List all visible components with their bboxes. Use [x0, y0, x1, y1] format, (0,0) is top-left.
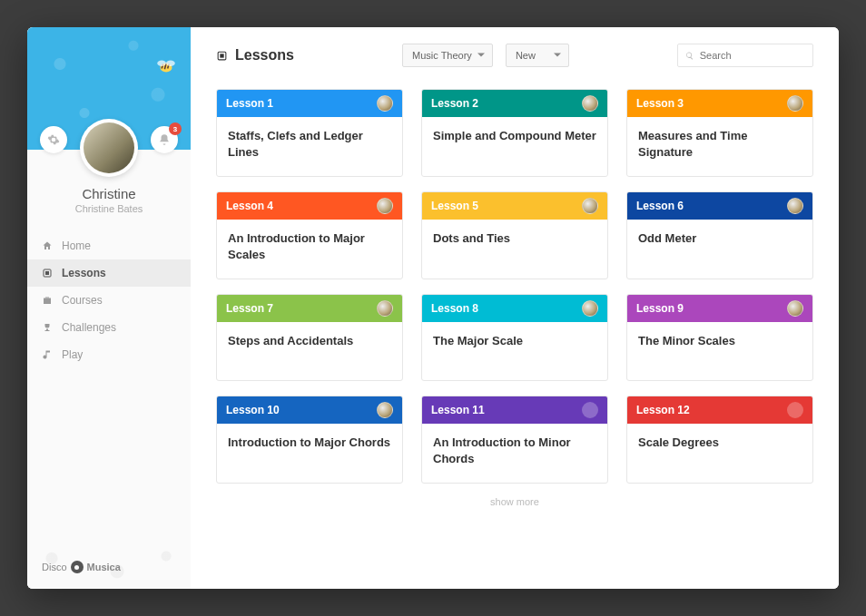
lesson-author-avatar — [582, 300, 598, 317]
lesson-badge: Lesson 1 — [226, 97, 273, 110]
lesson-author-avatar — [787, 198, 803, 214]
notifications-button[interactable]: 3 — [151, 126, 178, 153]
lesson-author-avatar — [377, 402, 393, 418]
lesson-badge: Lesson 12 — [636, 404, 690, 416]
lesson-card[interactable]: Lesson 7Steps and Accidentals — [216, 294, 403, 381]
page-title: Lessons — [216, 47, 294, 64]
lesson-badge: Lesson 4 — [226, 200, 273, 212]
lesson-title: Scale Degrees — [627, 424, 812, 482]
search-input[interactable] — [700, 50, 805, 61]
sidebar-item-challenges[interactable]: Challenges — [27, 314, 191, 341]
search-box[interactable] — [677, 44, 813, 67]
lesson-author-placeholder — [787, 402, 803, 418]
lesson-card-header: Lesson 1 — [217, 90, 402, 117]
lesson-author-avatar — [787, 300, 803, 317]
lesson-author-avatar — [582, 198, 598, 214]
sidebar-item-label: Courses — [62, 294, 103, 307]
svg-point-2 — [166, 61, 175, 67]
sidebar-item-label: Lessons — [62, 267, 106, 279]
brand-text-1: Disco — [42, 562, 67, 572]
filter-sort-select[interactable]: New — [506, 44, 569, 67]
lesson-badge: Lesson 3 — [636, 97, 684, 110]
main-content: Lessons Music Theory New Lesson 1Staffs,… — [191, 27, 839, 589]
trophy-icon — [42, 322, 53, 333]
lesson-card-header: Lesson 8 — [422, 295, 607, 322]
lesson-card[interactable]: Lesson 9The Minor Scales — [626, 294, 813, 381]
lesson-badge: Lesson 7 — [226, 302, 273, 315]
music-note-icon — [42, 349, 53, 360]
lesson-badge: Lesson 8 — [431, 302, 478, 315]
lesson-card[interactable]: Lesson 11An Introduction to Minor Chords — [421, 396, 608, 484]
lesson-card-header: Lesson 4 — [217, 192, 402, 220]
lesson-badge: Lesson 9 — [636, 302, 684, 315]
lesson-title: Simple and Compound Meter — [422, 117, 607, 175]
lesson-card-header: Lesson 3 — [627, 90, 812, 117]
lesson-badge: Lesson 10 — [226, 404, 280, 416]
lessons-icon — [216, 50, 228, 62]
lesson-card-header: Lesson 9 — [627, 295, 812, 322]
page-title-text: Lessons — [235, 47, 294, 64]
show-more-button[interactable]: show more — [191, 491, 839, 522]
lesson-card[interactable]: Lesson 1Staffs, Clefs and Ledger Lines — [216, 89, 403, 177]
sidebar: 3 Christine Christine Bates Home Lessons… — [27, 27, 191, 589]
lesson-title: Measures and Time Signature — [627, 117, 812, 176]
lesson-author-avatar — [582, 95, 598, 112]
svg-rect-6 — [220, 54, 223, 57]
avatar[interactable] — [80, 119, 138, 177]
briefcase-icon — [42, 295, 53, 306]
settings-button[interactable] — [40, 126, 67, 153]
lesson-card[interactable]: Lesson 2Simple and Compound Meter — [421, 89, 608, 177]
brand-text-2: Musica — [87, 562, 121, 572]
lesson-author-avatar — [377, 95, 393, 112]
lesson-card[interactable]: Lesson 4An Introduction to Major Scales — [216, 191, 403, 279]
lesson-card[interactable]: Lesson 6Odd Meter — [626, 191, 813, 279]
lesson-card-header: Lesson 12 — [627, 396, 812, 424]
lesson-card[interactable]: Lesson 10Introduction to Major Chords — [216, 396, 403, 484]
sidebar-item-play[interactable]: Play — [27, 341, 191, 368]
lesson-badge: Lesson 5 — [431, 200, 478, 212]
avatar-image — [84, 122, 134, 173]
lesson-card-header: Lesson 7 — [217, 295, 402, 322]
sidebar-item-label: Challenges — [62, 321, 116, 334]
user-display-name: Christine — [27, 186, 191, 201]
search-icon — [685, 51, 694, 61]
lesson-title: Staffs, Clefs and Ledger Lines — [217, 117, 402, 176]
lesson-author-avatar — [377, 300, 393, 317]
lesson-title: Dots and Ties — [422, 220, 607, 278]
filter-sort-value: New — [516, 50, 536, 61]
lessons-grid: Lesson 1Staffs, Clefs and Ledger LinesLe… — [191, 76, 839, 491]
filter-category-value: Music Theory — [412, 50, 472, 61]
lesson-title: Steps and Accidentals — [217, 322, 402, 380]
lesson-card[interactable]: Lesson 12Scale Degrees — [626, 396, 813, 484]
lesson-card[interactable]: Lesson 8The Major Scale — [421, 294, 608, 381]
filter-category-select[interactable]: Music Theory — [402, 44, 493, 67]
sidebar-item-lessons[interactable]: Lessons — [27, 259, 191, 287]
lesson-card-header: Lesson 5 — [422, 192, 607, 220]
sidebar-item-label: Home — [62, 240, 91, 252]
sidebar-hero: 3 — [27, 27, 191, 150]
lesson-card[interactable]: Lesson 5Dots and Ties — [421, 191, 608, 279]
lesson-badge: Lesson 2 — [431, 97, 478, 110]
lesson-title: An Introduction to Major Scales — [217, 220, 402, 279]
lesson-title: The Major Scale — [422, 322, 607, 380]
lesson-title: Odd Meter — [627, 220, 812, 278]
sidebar-item-home[interactable]: Home — [27, 232, 191, 259]
home-icon — [42, 240, 53, 251]
gear-icon — [47, 133, 60, 146]
topbar: Lessons Music Theory New — [191, 27, 839, 76]
lesson-card-header: Lesson 6 — [627, 192, 812, 220]
lesson-author-placeholder — [582, 402, 598, 418]
lesson-card-header: Lesson 2 — [422, 90, 607, 117]
lessons-icon — [42, 268, 53, 279]
lesson-badge: Lesson 11 — [431, 404, 485, 416]
sidebar-nav: Home Lessons Courses Challenges Play — [27, 227, 191, 374]
lesson-title: Introduction to Major Chords — [217, 424, 402, 482]
lesson-author-avatar — [377, 198, 393, 214]
sidebar-item-courses[interactable]: Courses — [27, 287, 191, 314]
app-window: 3 Christine Christine Bates Home Lessons… — [27, 27, 839, 589]
lesson-title: An Introduction to Minor Chords — [422, 424, 607, 483]
lesson-card[interactable]: Lesson 3Measures and Time Signature — [626, 89, 813, 177]
svg-point-1 — [157, 61, 166, 67]
sidebar-item-label: Play — [62, 348, 83, 361]
brand-logo-icon — [71, 561, 84, 573]
